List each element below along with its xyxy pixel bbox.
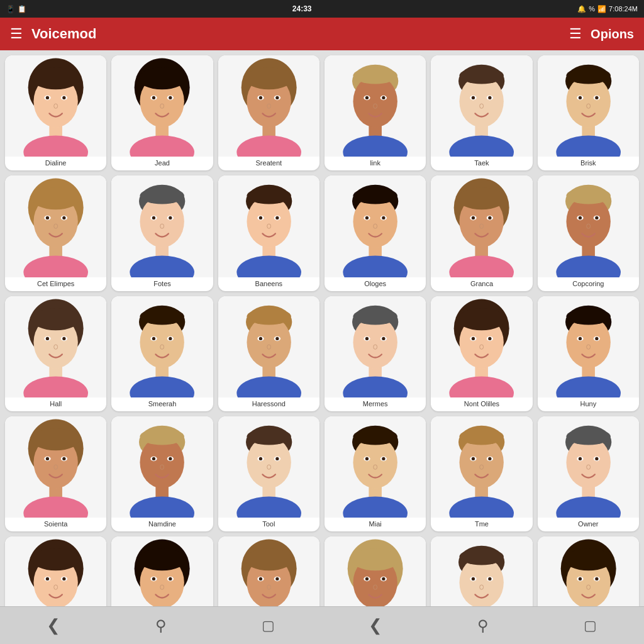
svg-point-98 — [374, 224, 377, 228]
svg-point-68 — [54, 224, 58, 228]
svg-point-238 — [586, 465, 590, 469]
voice-card[interactable]: Mermes — [325, 296, 426, 411]
voice-label: Baneens — [218, 277, 319, 291]
svg-point-207 — [275, 457, 279, 460]
voice-portrait — [5, 536, 106, 606]
svg-point-232 — [556, 497, 621, 518]
voice-card[interactable]: Owner — [538, 416, 639, 531]
svg-point-136 — [152, 337, 155, 340]
back-button[interactable]: ❮ — [360, 610, 391, 641]
svg-point-27 — [275, 96, 279, 99]
menu-icon[interactable]: ☰ — [10, 27, 23, 41]
voice-card[interactable]: Copcoring — [538, 175, 639, 291]
svg-point-39 — [353, 67, 397, 84]
svg-point-107 — [489, 216, 492, 219]
svg-point-182 — [23, 497, 88, 518]
options-menu-icon[interactable]: ☰ — [569, 27, 582, 41]
svg-point-52 — [556, 136, 621, 157]
voice-portrait — [5, 416, 106, 518]
voice-card[interactable]: Smeerah — [111, 296, 213, 411]
voice-portrait — [538, 416, 639, 518]
voice-card[interactable]: Huny — [538, 296, 639, 411]
svg-point-59 — [566, 67, 610, 84]
voice-card[interactable]: link — [325, 55, 426, 170]
voice-portrait — [111, 536, 213, 606]
voice-card[interactable]: Namdine — [111, 416, 213, 531]
svg-point-48 — [480, 104, 484, 108]
voice-card[interactable]: Tme — [431, 416, 532, 531]
share-button[interactable]: ❮ — [38, 610, 69, 641]
voice-portrait — [325, 296, 426, 397]
voice-card[interactable]: Soienta — [5, 416, 106, 531]
search-button[interactable]: ⚲ — [145, 610, 177, 641]
svg-point-12 — [130, 136, 195, 157]
voice-label: Hall — [5, 397, 106, 411]
search-button2[interactable]: ⚲ — [467, 610, 499, 641]
voice-card[interactable]: Ologes — [325, 175, 426, 291]
voice-card[interactable]: Taek — [431, 55, 532, 170]
voice-card[interactable]: Dave — [325, 536, 426, 606]
voice-portrait — [431, 416, 532, 518]
svg-point-99 — [353, 187, 397, 204]
square-button[interactable]: ▢ — [253, 610, 284, 641]
svg-point-92 — [343, 256, 408, 277]
voice-card[interactable]: Granca — [431, 175, 532, 291]
voice-card[interactable]: Haressond — [218, 296, 319, 411]
svg-point-8 — [54, 104, 58, 108]
svg-point-58 — [586, 104, 590, 108]
voice-portrait — [325, 416, 426, 518]
svg-point-289 — [460, 548, 504, 565]
voice-card[interactable]: Dialine — [5, 55, 106, 170]
voice-card[interactable]: Timerye — [431, 536, 532, 606]
voice-label: Fotes — [111, 277, 213, 291]
nav-right: ☰ Opions — [322, 27, 634, 42]
wifi-icon: 📶 — [597, 5, 606, 13]
svg-point-176 — [578, 337, 581, 340]
svg-point-32 — [343, 136, 408, 157]
voice-portrait — [5, 55, 106, 157]
svg-point-266 — [258, 577, 262, 580]
voice-card[interactable]: Brisk — [538, 55, 639, 170]
voice-label: Ologes — [325, 277, 426, 291]
voice-card[interactable]: Nont Olilles — [431, 296, 532, 411]
voice-portrait — [431, 536, 532, 606]
svg-point-246 — [46, 577, 49, 580]
voice-card[interactable]: Hall — [5, 296, 106, 411]
svg-point-202 — [236, 497, 301, 518]
svg-point-187 — [62, 457, 65, 460]
voice-card[interactable]: Baneens — [218, 175, 319, 291]
svg-point-137 — [169, 337, 172, 340]
svg-point-268 — [267, 585, 270, 589]
svg-point-277 — [382, 577, 385, 580]
voice-card[interactable]: Fotes — [111, 175, 213, 291]
voice-card[interactable]: Sphool — [111, 536, 213, 606]
svg-point-132 — [130, 376, 195, 397]
voice-card[interactable]: Sity — [218, 536, 319, 606]
svg-point-9 — [32, 67, 80, 89]
voice-card[interactable]: Amoh — [5, 536, 106, 606]
square-button2[interactable]: ▢ — [575, 610, 606, 641]
voice-card[interactable]: Sreatent — [218, 55, 319, 170]
svg-point-297 — [595, 577, 598, 580]
voice-card[interactable]: Tool — [218, 416, 319, 531]
svg-point-286 — [472, 577, 475, 580]
voice-portrait — [325, 175, 426, 277]
svg-point-229 — [460, 428, 504, 445]
voice-card[interactable]: Engi — [538, 536, 639, 606]
svg-point-57 — [595, 96, 598, 99]
svg-point-6 — [46, 96, 49, 99]
voice-portrait — [431, 175, 532, 277]
voice-portrait — [325, 55, 426, 157]
voice-card[interactable]: Jead — [111, 55, 213, 170]
svg-point-112 — [556, 256, 621, 277]
voice-card[interactable]: Miai — [325, 416, 426, 531]
voice-card[interactable]: Cet Elimpes — [5, 175, 106, 291]
svg-point-122 — [23, 376, 88, 397]
voice-label: Huny — [538, 397, 639, 411]
svg-point-172 — [556, 376, 621, 397]
svg-point-167 — [489, 337, 492, 340]
nav-left: ☰ Voicemod — [10, 26, 322, 42]
svg-point-298 — [586, 585, 590, 589]
voice-label: Owner — [538, 518, 639, 531]
voice-label: link — [325, 157, 426, 170]
